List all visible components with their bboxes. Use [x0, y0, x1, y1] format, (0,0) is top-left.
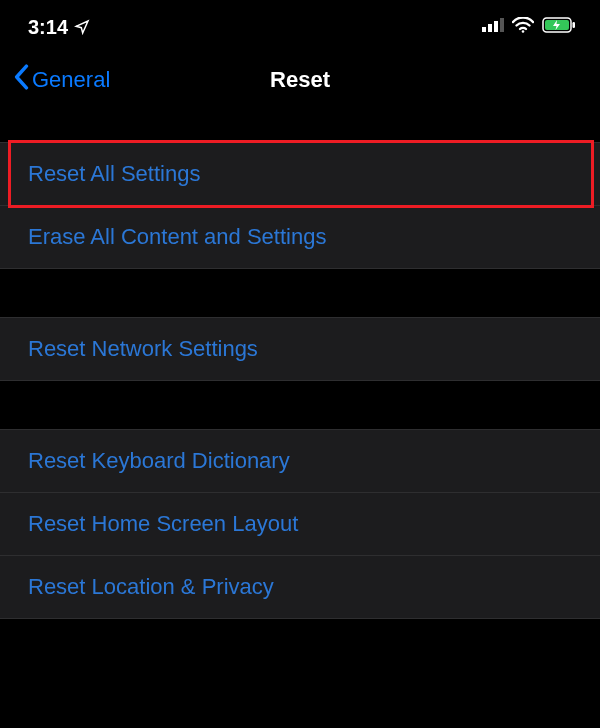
- svg-rect-3: [500, 18, 504, 32]
- back-label: General: [32, 67, 110, 93]
- reset-keyboard-dictionary-row[interactable]: Reset Keyboard Dictionary: [0, 430, 600, 492]
- settings-group: Reset Keyboard Dictionary Reset Home Scr…: [0, 429, 600, 619]
- row-label: Reset Location & Privacy: [28, 574, 274, 599]
- content: Reset All Settings Erase All Content and…: [0, 110, 600, 619]
- reset-location-privacy-row[interactable]: Reset Location & Privacy: [0, 555, 600, 618]
- status-bar: 3:14: [0, 0, 600, 50]
- settings-group: Reset Network Settings: [0, 317, 600, 381]
- status-time: 3:14: [28, 16, 68, 39]
- reset-home-screen-layout-row[interactable]: Reset Home Screen Layout: [0, 492, 600, 555]
- status-right: [482, 17, 576, 37]
- group-spacer: [0, 269, 600, 317]
- row-label: Erase All Content and Settings: [28, 224, 326, 249]
- svg-rect-0: [482, 27, 486, 32]
- battery-charging-icon: [542, 17, 576, 37]
- cellular-signal-icon: [482, 18, 504, 36]
- row-label: Reset Keyboard Dictionary: [28, 448, 290, 473]
- reset-all-settings-row[interactable]: Reset All Settings: [0, 143, 600, 205]
- group-spacer: [0, 381, 600, 429]
- navigation-bar: General Reset: [0, 50, 600, 110]
- chevron-left-icon: [12, 64, 30, 96]
- settings-group: Reset All Settings Erase All Content and…: [0, 142, 600, 269]
- row-label: Reset All Settings: [28, 161, 200, 186]
- page-title: Reset: [270, 67, 330, 93]
- back-button[interactable]: General: [12, 64, 110, 96]
- svg-rect-6: [573, 22, 576, 28]
- svg-point-4: [522, 30, 525, 33]
- svg-rect-1: [488, 24, 492, 32]
- row-label: Reset Home Screen Layout: [28, 511, 298, 536]
- wifi-icon: [512, 17, 534, 37]
- erase-all-content-row[interactable]: Erase All Content and Settings: [0, 205, 600, 268]
- status-left: 3:14: [28, 16, 90, 39]
- reset-network-settings-row[interactable]: Reset Network Settings: [0, 318, 600, 380]
- location-arrow-icon: [74, 19, 90, 35]
- row-label: Reset Network Settings: [28, 336, 258, 361]
- svg-rect-2: [494, 21, 498, 32]
